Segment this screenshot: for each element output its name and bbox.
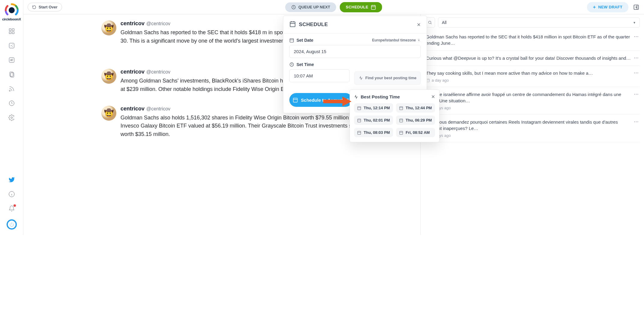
draft-item[interactable]: They say cooking skills, but I mean more… <box>425 66 640 87</box>
draft-item[interactable]: Goldman Sachs has reported to the SEC th… <box>425 29 640 51</box>
find-best-time-button[interactable]: Find your best posting time <box>354 71 421 85</box>
post-author-handle: @centricov <box>146 21 170 26</box>
best-time-label: Thu, 08:03 PM <box>364 130 390 135</box>
avatar <box>101 106 116 121</box>
power-icon[interactable] <box>7 219 17 230</box>
ai-icon[interactable] <box>8 56 15 64</box>
queue-up-next-button[interactable]: QUEUE UP NEXT <box>285 2 336 12</box>
info-icon[interactable] <box>8 191 15 198</box>
queue-label: QUEUE UP NEXT <box>298 5 330 9</box>
more-icon[interactable]: ⋯ <box>634 119 639 138</box>
schedule-button[interactable]: SCHEDULE <box>340 2 382 12</box>
drafts-column: All ▼ Goldman Sachs has reported to the … <box>421 14 644 235</box>
drafts-filter-value: All <box>442 20 447 25</box>
compose-icon[interactable] <box>8 42 15 49</box>
best-time-option[interactable]: Thu, 08:03 PM <box>354 128 393 137</box>
schedule-label: SCHEDULE <box>346 5 368 9</box>
best-posting-title: Best Posting Time <box>361 94 400 99</box>
draft-text: L'armée israélienne affirme avoir frappé… <box>426 91 631 104</box>
best-posting-time-popup: Best Posting Time ✕ Thu, 12:14 PMThu, 12… <box>350 89 440 142</box>
avatar <box>101 20 116 35</box>
start-over-label: Start Over <box>39 5 58 9</box>
twitter-icon[interactable] <box>8 176 15 183</box>
best-time-label: Thu, 02:01 PM <box>364 118 390 122</box>
post-author-name: centricov <box>121 20 145 27</box>
svg-rect-4 <box>12 32 14 34</box>
settings-icon[interactable] <box>8 114 15 121</box>
draft-text: They say cooking skills, but I mean more… <box>426 70 631 76</box>
draft-text: Vous vous demandez pourquoi certaines Re… <box>426 119 631 131</box>
draft-item[interactable]: L'armée israélienne affirme avoir frappé… <box>425 87 640 115</box>
svg-point-36 <box>428 21 431 23</box>
brand-name: circleboomX <box>2 17 21 21</box>
draft-item[interactable]: Vous vous demandez pourquoi certaines Re… <box>425 115 640 142</box>
more-icon[interactable]: ⋯ <box>634 34 639 46</box>
new-draft-label: NEW DRAFT <box>598 5 622 9</box>
svg-rect-7 <box>10 72 13 77</box>
close-icon[interactable]: ✕ <box>431 94 435 100</box>
timezone-label[interactable]: Europe/Istanbul timezone <box>372 38 421 42</box>
collapse-panel-icon[interactable] <box>633 4 640 11</box>
svg-point-50 <box>419 40 419 41</box>
svg-point-11 <box>11 117 13 119</box>
svg-rect-64 <box>400 131 403 134</box>
best-time-option[interactable]: Fri, 08:52 AM <box>396 128 435 137</box>
best-time-option[interactable]: Thu, 12:44 PM <box>396 103 435 113</box>
set-time-label: Set Time <box>289 62 314 67</box>
svg-rect-1 <box>9 29 11 31</box>
bell-icon[interactable] <box>8 205 15 212</box>
svg-point-9 <box>9 90 10 92</box>
post-author-handle: @centricov <box>146 106 170 112</box>
svg-rect-52 <box>293 98 297 102</box>
rss-icon[interactable] <box>8 85 15 92</box>
draft-meta: a day ago <box>426 78 631 83</box>
svg-rect-6 <box>9 58 14 63</box>
post-author-name: centricov <box>121 69 145 75</box>
time-input[interactable]: 10:07 AM <box>289 69 350 82</box>
more-icon[interactable]: ⋯ <box>634 70 639 83</box>
close-icon[interactable]: ✕ <box>417 22 421 28</box>
best-time-label: Thu, 06:29 PM <box>406 118 432 122</box>
set-date-label: Set Date <box>289 38 313 43</box>
start-over-button[interactable]: Start Over <box>28 3 62 11</box>
svg-rect-44 <box>290 22 295 27</box>
svg-rect-15 <box>371 5 376 10</box>
topbar: Start Over QUEUE UP NEXT SCHEDULE + NEW … <box>23 0 644 14</box>
automation-icon[interactable] <box>8 100 15 107</box>
left-nav-rail: circleboomX <box>0 0 23 235</box>
date-input[interactable]: 2024, August 15 <box>289 45 421 58</box>
svg-rect-2 <box>12 29 14 31</box>
avatar <box>101 69 116 84</box>
draft-item[interactable]: Curious what @Deepvue is up to? It's a c… <box>425 51 640 66</box>
brand-logo: circleboomX <box>2 2 21 22</box>
best-time-option[interactable]: Thu, 06:29 PM <box>396 116 435 125</box>
svg-rect-56 <box>400 107 403 110</box>
pointer-arrow-icon <box>323 95 352 107</box>
drafts-filter-select[interactable]: All ▼ <box>438 17 640 28</box>
notes-icon[interactable] <box>8 71 15 78</box>
svg-rect-54 <box>358 107 361 110</box>
svg-rect-58 <box>358 119 361 122</box>
more-icon[interactable]: ⋯ <box>634 55 639 61</box>
draft-meta: 2 days ago <box>426 106 631 110</box>
plus-icon: + <box>593 5 596 10</box>
draft-text: Goldman Sachs has reported to the SEC th… <box>426 34 631 46</box>
post-author-handle: @centricov <box>146 69 170 75</box>
chevron-down-icon: ▼ <box>633 21 636 24</box>
draft-meta: 2 days ago <box>426 133 631 138</box>
calendar-icon <box>289 21 296 29</box>
draft-text: Curious what @Deepvue is up to? It's a c… <box>426 55 631 61</box>
best-time-option[interactable]: Thu, 02:01 PM <box>354 116 393 125</box>
best-time-label: Thu, 12:14 PM <box>364 106 390 110</box>
svg-rect-48 <box>290 39 294 42</box>
schedule-modal-title: SCHEDULE <box>299 22 328 28</box>
svg-point-0 <box>9 7 15 13</box>
svg-rect-60 <box>400 119 403 122</box>
dashboard-icon[interactable] <box>8 28 15 35</box>
svg-line-37 <box>431 23 432 24</box>
best-time-label: Thu, 12:44 PM <box>406 106 432 110</box>
best-time-label: Fri, 08:52 AM <box>406 130 430 135</box>
more-icon[interactable]: ⋯ <box>634 91 639 110</box>
new-draft-button[interactable]: + NEW DRAFT <box>587 2 628 12</box>
best-time-option[interactable]: Thu, 12:14 PM <box>354 103 393 113</box>
